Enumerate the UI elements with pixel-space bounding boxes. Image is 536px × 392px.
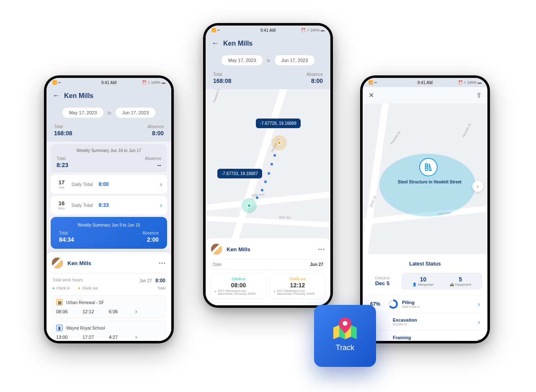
signal-icon: 📶 ▪▪: [368, 80, 377, 85]
latest-status-card: Latest Status Check-in Dec 5 10 👤Manpowe…: [363, 254, 487, 341]
site-name: Steel Structure in Hewlett Street: [388, 180, 472, 184]
totals-row: Total 168:08 Absence 8:00: [206, 69, 330, 89]
chevron-right-icon: ›: [135, 308, 162, 315]
more-icon[interactable]: •••: [159, 260, 166, 266]
date-from[interactable]: May 17, 2023: [222, 55, 263, 65]
total-label: Total: [54, 124, 72, 129]
battery-icon: ⏰ ᚼ 100% ▬: [142, 80, 165, 85]
chevron-right-icon: ›: [160, 202, 162, 209]
date-to[interactable]: Jun 17, 2023: [275, 55, 315, 65]
battery-icon: ⏰ ᚼ 100% ▬: [301, 28, 325, 32]
map[interactable]: Hewlett St Hewlett St 60th Ave 60th Rd -…: [206, 89, 330, 244]
progress-ring-icon: [389, 299, 398, 309]
status-bar: 📶 ▪▪ 9:41 AM ⏰ ᚼ 100% ▬: [363, 78, 487, 87]
legend: Clock in Clock out Total: [52, 286, 166, 293]
close-icon[interactable]: ✕: [368, 91, 374, 99]
weekly-title: Weekly Summary Jun 16 to Jun 17: [55, 148, 163, 153]
coord-tooltip: -7.67733, 19.16687: [217, 169, 262, 178]
avatar[interactable]: [52, 257, 63, 269]
status-time: 9:41 AM: [101, 80, 117, 85]
svg-marker-7: [351, 325, 357, 339]
track-badge[interactable]: Track: [314, 305, 376, 367]
progress-row[interactable]: Excavation 0/1200 m ›: [368, 313, 482, 330]
status-bar: 📶 ▪▪ 9:41 AM ⏰ ᚼ 100% ▬: [206, 26, 330, 35]
clock-out-box[interactable]: Clock-out 12:12 4517 Washington Ave. Man…: [270, 273, 325, 299]
chevron-right-icon: ›: [478, 319, 480, 325]
chevron-right-icon: ›: [160, 181, 162, 188]
resource-stats[interactable]: 10 👤Manpower 5 🚜Equipment: [401, 273, 482, 290]
absence-value: 8:00: [152, 130, 164, 137]
weekly-summary-card[interactable]: Weekly Summary Jun 16 to Jun 17 Total 8:…: [51, 144, 167, 173]
next-site-button[interactable]: ›: [472, 181, 483, 192]
chevron-right-icon: ›: [478, 336, 480, 341]
svg-marker-4: [333, 325, 339, 339]
project-icon: ▮: [56, 325, 63, 331]
absence-label: Absence: [147, 124, 164, 129]
avatar[interactable]: [211, 243, 222, 255]
person-name: Ken Mills: [227, 246, 250, 253]
date-sep: to: [108, 111, 111, 115]
equipment-icon: 🚜: [450, 283, 454, 286]
daily-row[interactable]: 17 Tue Daily Total 8:00 ›: [51, 175, 167, 193]
coord-tooltip: -7.67728, 19.16689: [256, 119, 301, 128]
clock-in-box[interactable]: Clock-in 08:00 4517 Washington Ave. Manc…: [211, 273, 266, 299]
clock-detail-card: Ken Mills ••• Date Jun 27 Clock-in 08:00…: [206, 238, 330, 305]
date-range: May 17, 2023 to Jun 17, 2023: [206, 52, 330, 69]
back-arrow-icon[interactable]: ←: [52, 91, 60, 100]
chevron-right-icon: ›: [135, 334, 162, 340]
site-pin-icon[interactable]: [419, 158, 438, 176]
twh-label: Total work hours: [52, 278, 83, 284]
phone-timesheet-summary: 📶 ▪▪ 9:41 AM ⏰ ᚼ 100% ▬ ← Ken Mills May …: [44, 75, 174, 343]
battery-icon: ⏰ ᚼ 100% ▬: [458, 80, 482, 85]
project-row[interactable]: ▦ Urban Renewal - SF 08:06 12:12 6:06 ›: [52, 295, 166, 318]
date-from[interactable]: May 17, 2023: [62, 108, 104, 118]
signal-icon: 📶 ▪▪: [211, 28, 220, 32]
person-detail-card: Ken Mills ••• Total work hours Jun 27 8:…: [46, 252, 171, 341]
daily-row[interactable]: 16 Mon Daily Total 8:33 ›: [51, 196, 167, 214]
track-label: Track: [336, 343, 354, 352]
date-to[interactable]: Jun 17, 2023: [116, 108, 156, 118]
status-bar: 📶 ▪▪ 9:41 AM ⏰ ᚼ 100% ▬: [46, 78, 171, 87]
checkin-col: Check-in Dec 5: [368, 273, 397, 290]
header: ← Ken Mills: [206, 35, 330, 52]
site-map[interactable]: Hewlett St Hewlett St 264th St 60th Ave …: [363, 103, 487, 254]
back-arrow-icon[interactable]: ←: [211, 39, 219, 48]
latest-title: Latest Status: [368, 261, 482, 267]
signal-icon: 📶 ▪▪: [52, 80, 61, 85]
page-title: Ken Mills: [223, 40, 253, 47]
weekly-summary-active-card[interactable]: Weekly Summary Jun 9 to Jun 15 Total 84:…: [51, 217, 167, 249]
totals-row: Total 168:08 Absence 8:00: [46, 121, 171, 142]
progress-row[interactable]: 67% Piling 800/1200 m ›: [368, 295, 482, 313]
share-icon[interactable]: ⇪: [476, 91, 482, 99]
progress-row[interactable]: Framing 2/10,000 bf ›: [368, 330, 482, 341]
topbar: ✕ ⇪: [363, 87, 487, 103]
date-row: Date Jun 27: [211, 259, 325, 270]
page-title: Ken Mills: [64, 92, 93, 100]
project-icon: ▦: [56, 299, 63, 306]
phone-site-status: 📶 ▪▪ 9:41 AM ⏰ ᚼ 100% ▬ ✕ ⇪ Hewlett St H…: [360, 75, 490, 343]
svg-point-8: [343, 321, 347, 325]
total-hours-row: Total hours Urban Renewal - SF 6:06: [211, 302, 325, 305]
map-pin-icon: [333, 320, 357, 339]
clock-out-pin[interactable]: [272, 135, 287, 150]
more-icon[interactable]: •••: [318, 247, 325, 252]
person-name: Ken Mills: [67, 260, 91, 266]
phone-location-detail: 📶 ▪▪ 9:41 AM ⏰ ᚼ 100% ▬ ← Ken Mills May …: [203, 23, 333, 308]
clock-in-pin[interactable]: [242, 198, 257, 213]
person-icon: 👤: [412, 283, 417, 286]
date-range: May 17, 2023 to Jun 17, 2023: [46, 104, 171, 121]
chevron-right-icon: ›: [478, 301, 480, 307]
header: ← Ken Mills: [46, 87, 171, 104]
project-row[interactable]: ▮ Wayne Royal School 13:00 17:27 4:27 ›: [52, 321, 166, 341]
total-value: 168:08: [54, 130, 72, 137]
